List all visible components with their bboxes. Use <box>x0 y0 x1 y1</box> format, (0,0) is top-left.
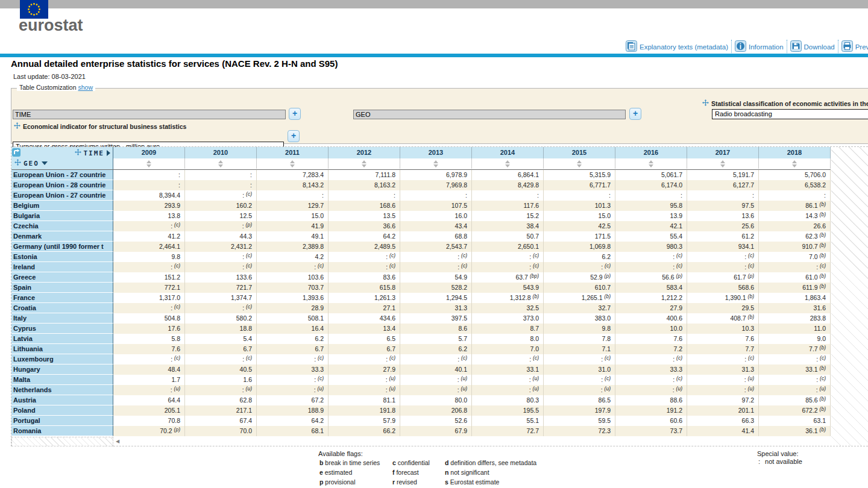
preview-button[interactable]: Prev <box>838 40 868 54</box>
geo-row-header[interactable]: Romania <box>11 426 113 436</box>
geo-row-header[interactable]: Czechia <box>11 221 113 231</box>
sort-control[interactable] <box>544 158 615 169</box>
indicator-add-button[interactable]: + <box>288 130 300 142</box>
table-row: European Union - 27 countrie8,394.4: (c)… <box>11 190 831 201</box>
expand-table-icon[interactable] <box>12 148 20 159</box>
move-icon[interactable] <box>702 99 709 107</box>
geo-row-header[interactable]: Latvia <box>11 334 113 344</box>
geo-axis-header[interactable]: GEO <box>14 159 48 167</box>
sort-control[interactable] <box>113 158 185 169</box>
data-cell: 70.2 (p) <box>113 426 185 436</box>
table-customization-legend: Table Customization show <box>17 84 95 91</box>
year-column-header[interactable]: 2017 <box>687 147 759 158</box>
geo-row-header[interactable]: Portugal <box>11 416 113 426</box>
year-column-header[interactable]: 2010 <box>185 147 257 158</box>
geo-row-header[interactable]: Italy <box>11 313 113 324</box>
year-column-header[interactable]: 2013 <box>400 147 472 158</box>
year-column-header[interactable]: 2014 <box>472 147 544 158</box>
sort-control[interactable] <box>687 158 759 169</box>
geo-row-header[interactable]: Greece <box>11 272 113 283</box>
geo-row-header[interactable]: Bulgaria <box>11 211 113 221</box>
geo-dimension-bar[interactable]: GEO <box>353 110 626 119</box>
data-cell: 117.6 <box>472 201 544 211</box>
geo-row-header[interactable]: Cyprus <box>11 324 113 334</box>
geo-row-header[interactable]: Germany (until 1990 former t <box>11 242 113 252</box>
move-icon[interactable] <box>14 122 20 130</box>
data-cell: 33.1 <box>472 364 544 375</box>
data-cell: 6,538.2 <box>759 180 831 190</box>
geo-row-header[interactable]: European Union - 28 countrie <box>11 180 113 190</box>
data-cell: 97.2 <box>687 395 759 405</box>
data-cell: 16.0 <box>400 211 472 221</box>
data-cell: 5,061.7 <box>615 170 687 180</box>
geo-row-header[interactable]: Estonia <box>11 252 113 262</box>
data-cell: 11.0 <box>759 324 831 334</box>
year-column-header[interactable]: 2018 <box>759 147 831 158</box>
time-axis-header[interactable]: TIME <box>75 149 111 157</box>
data-cell: : (c) <box>329 252 400 262</box>
move-icon[interactable] <box>75 149 81 157</box>
data-cell: 583.4 <box>615 283 687 293</box>
data-cell: : (u) <box>615 385 687 395</box>
data-cell: 52.9 (p) <box>544 272 615 283</box>
table-row: Portugal70.867.464.257.952.655.159.560.6… <box>11 416 831 426</box>
geo-row-header[interactable]: Austria <box>11 395 113 405</box>
sort-control[interactable] <box>329 158 400 169</box>
data-cell: : (u) <box>185 385 257 395</box>
geo-row-header[interactable]: European Union - 27 countrie <box>11 170 113 180</box>
time-dimension-bar[interactable]: TIME <box>13 110 286 119</box>
data-cell: : (c) <box>400 262 472 272</box>
explanatory-texts-button[interactable]: Explanatory texts (metadata) <box>623 40 731 54</box>
year-column-header[interactable]: 2009 <box>113 147 185 158</box>
information-button[interactable]: Information <box>732 40 787 54</box>
sort-control[interactable] <box>185 158 257 169</box>
geo-row-header[interactable]: Croatia <box>11 303 113 313</box>
data-cell: 31.0 <box>544 364 615 375</box>
geo-row-header[interactable]: Luxembourg <box>11 354 113 364</box>
data-cell: 151.2 <box>113 272 185 283</box>
geo-row-header[interactable]: France <box>11 293 113 303</box>
year-column-header[interactable]: 2015 <box>544 147 615 158</box>
geo-add-button[interactable]: + <box>629 108 641 120</box>
year-column-header[interactable]: 2012 <box>329 147 400 158</box>
geo-row-header[interactable]: Netherlands <box>11 385 113 395</box>
data-cell: : (c) <box>687 252 759 262</box>
sort-control[interactable] <box>257 158 329 169</box>
geo-row-header[interactable]: European Union - 27 countrie <box>11 190 113 201</box>
data-cell: 133.6 <box>185 272 257 283</box>
data-cell: 13.9 <box>615 211 687 221</box>
data-cell: 32.5 <box>472 303 544 313</box>
download-button[interactable]: Download <box>787 40 838 54</box>
flag-legend-item: s Eurostat estimate <box>445 477 536 487</box>
sort-control[interactable] <box>759 158 831 169</box>
show-link[interactable]: show <box>78 84 93 91</box>
flag-legend-item: e estimated <box>319 468 380 477</box>
data-cell: 201.1 <box>687 405 759 416</box>
data-cell: 6.7 <box>185 344 257 354</box>
sort-control[interactable] <box>400 158 472 169</box>
geo-row-header[interactable]: Lithuania <box>11 344 113 354</box>
sort-control[interactable] <box>472 158 544 169</box>
information-label: Information <box>749 43 784 51</box>
nace-select[interactable]: Radio broadcasting <box>712 109 868 119</box>
geo-row-header[interactable]: Hungary <box>11 364 113 375</box>
year-column-header[interactable]: 2011 <box>257 147 329 158</box>
data-cell: : <box>185 170 257 180</box>
year-column-header[interactable]: 2016 <box>615 147 687 158</box>
geo-row-header[interactable]: Belgium <box>11 201 113 211</box>
data-cell: 57.9 <box>329 416 400 426</box>
sort-control[interactable] <box>615 158 687 169</box>
move-icon[interactable] <box>14 159 21 167</box>
geo-row-header[interactable]: Poland <box>11 405 113 416</box>
scroll-left-arrow-icon[interactable]: ◀ <box>116 439 119 444</box>
geo-row-header[interactable]: Denmark <box>11 231 113 242</box>
geo-row-header[interactable]: Ireland <box>11 262 113 272</box>
data-cell: 61.0 (b) <box>759 272 831 283</box>
geo-row-header[interactable]: Malta <box>11 375 113 385</box>
data-cell: 86.5 <box>544 395 615 405</box>
geo-row-header[interactable]: Spain <box>11 283 113 293</box>
data-cell: : <box>472 190 544 201</box>
time-add-button[interactable]: + <box>289 108 301 120</box>
data-cell: 6.2 <box>257 334 329 344</box>
data-cell: 373.0 <box>472 313 544 324</box>
